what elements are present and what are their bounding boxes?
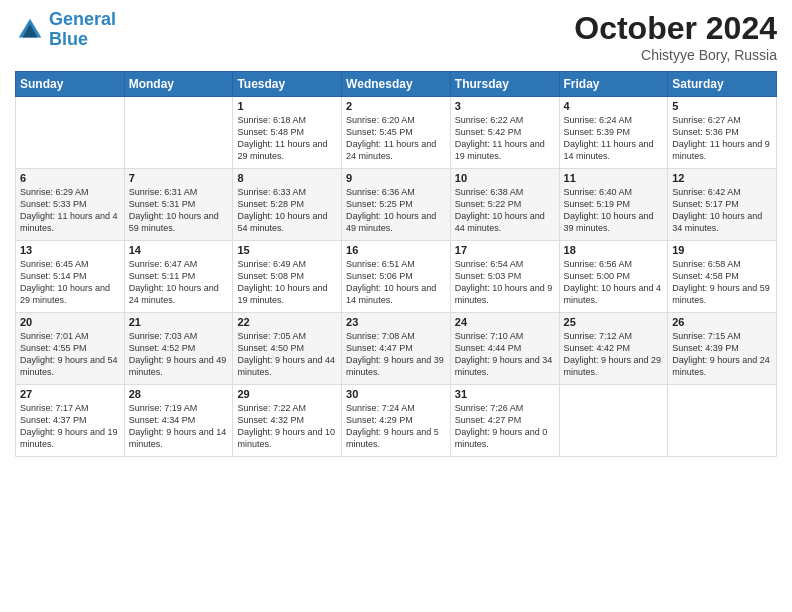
cell-info: Sunrise: 7:15 AM Sunset: 4:39 PM Dayligh… — [672, 330, 772, 379]
calendar-cell: 19Sunrise: 6:58 AM Sunset: 4:58 PM Dayli… — [668, 241, 777, 313]
cell-info: Sunrise: 6:24 AM Sunset: 5:39 PM Dayligh… — [564, 114, 664, 163]
day-number: 8 — [237, 172, 337, 184]
day-number: 1 — [237, 100, 337, 112]
day-number: 29 — [237, 388, 337, 400]
calendar-cell: 5Sunrise: 6:27 AM Sunset: 5:36 PM Daylig… — [668, 97, 777, 169]
logo-icon — [15, 15, 45, 45]
col-thursday: Thursday — [450, 72, 559, 97]
day-number: 5 — [672, 100, 772, 112]
calendar-cell: 14Sunrise: 6:47 AM Sunset: 5:11 PM Dayli… — [124, 241, 233, 313]
cell-info: Sunrise: 6:20 AM Sunset: 5:45 PM Dayligh… — [346, 114, 446, 163]
cell-info: Sunrise: 6:58 AM Sunset: 4:58 PM Dayligh… — [672, 258, 772, 307]
calendar-cell: 10Sunrise: 6:38 AM Sunset: 5:22 PM Dayli… — [450, 169, 559, 241]
day-number: 26 — [672, 316, 772, 328]
col-sunday: Sunday — [16, 72, 125, 97]
cell-info: Sunrise: 6:22 AM Sunset: 5:42 PM Dayligh… — [455, 114, 555, 163]
calendar-cell: 29Sunrise: 7:22 AM Sunset: 4:32 PM Dayli… — [233, 385, 342, 457]
calendar-cell: 7Sunrise: 6:31 AM Sunset: 5:31 PM Daylig… — [124, 169, 233, 241]
day-number: 12 — [672, 172, 772, 184]
calendar-cell: 9Sunrise: 6:36 AM Sunset: 5:25 PM Daylig… — [342, 169, 451, 241]
calendar-cell — [668, 385, 777, 457]
calendar-cell: 11Sunrise: 6:40 AM Sunset: 5:19 PM Dayli… — [559, 169, 668, 241]
cell-info: Sunrise: 6:51 AM Sunset: 5:06 PM Dayligh… — [346, 258, 446, 307]
day-number: 22 — [237, 316, 337, 328]
logo: General Blue — [15, 10, 116, 50]
cell-info: Sunrise: 7:08 AM Sunset: 4:47 PM Dayligh… — [346, 330, 446, 379]
cell-info: Sunrise: 6:42 AM Sunset: 5:17 PM Dayligh… — [672, 186, 772, 235]
subtitle: Chistyye Bory, Russia — [574, 47, 777, 63]
day-number: 17 — [455, 244, 555, 256]
calendar-cell: 25Sunrise: 7:12 AM Sunset: 4:42 PM Dayli… — [559, 313, 668, 385]
col-saturday: Saturday — [668, 72, 777, 97]
col-friday: Friday — [559, 72, 668, 97]
cell-info: Sunrise: 7:10 AM Sunset: 4:44 PM Dayligh… — [455, 330, 555, 379]
calendar-cell: 27Sunrise: 7:17 AM Sunset: 4:37 PM Dayli… — [16, 385, 125, 457]
calendar-cell: 6Sunrise: 6:29 AM Sunset: 5:33 PM Daylig… — [16, 169, 125, 241]
cell-info: Sunrise: 7:03 AM Sunset: 4:52 PM Dayligh… — [129, 330, 229, 379]
calendar-cell: 2Sunrise: 6:20 AM Sunset: 5:45 PM Daylig… — [342, 97, 451, 169]
calendar-week-row: 27Sunrise: 7:17 AM Sunset: 4:37 PM Dayli… — [16, 385, 777, 457]
cell-info: Sunrise: 6:36 AM Sunset: 5:25 PM Dayligh… — [346, 186, 446, 235]
col-wednesday: Wednesday — [342, 72, 451, 97]
day-number: 20 — [20, 316, 120, 328]
col-monday: Monday — [124, 72, 233, 97]
cell-info: Sunrise: 6:38 AM Sunset: 5:22 PM Dayligh… — [455, 186, 555, 235]
day-number: 24 — [455, 316, 555, 328]
day-number: 31 — [455, 388, 555, 400]
cell-info: Sunrise: 6:18 AM Sunset: 5:48 PM Dayligh… — [237, 114, 337, 163]
calendar-week-row: 20Sunrise: 7:01 AM Sunset: 4:55 PM Dayli… — [16, 313, 777, 385]
day-number: 10 — [455, 172, 555, 184]
calendar-cell: 31Sunrise: 7:26 AM Sunset: 4:27 PM Dayli… — [450, 385, 559, 457]
day-number: 23 — [346, 316, 446, 328]
calendar-cell: 13Sunrise: 6:45 AM Sunset: 5:14 PM Dayli… — [16, 241, 125, 313]
calendar-cell: 18Sunrise: 6:56 AM Sunset: 5:00 PM Dayli… — [559, 241, 668, 313]
day-number: 19 — [672, 244, 772, 256]
cell-info: Sunrise: 7:19 AM Sunset: 4:34 PM Dayligh… — [129, 402, 229, 451]
cell-info: Sunrise: 7:17 AM Sunset: 4:37 PM Dayligh… — [20, 402, 120, 451]
calendar-cell: 30Sunrise: 7:24 AM Sunset: 4:29 PM Dayli… — [342, 385, 451, 457]
calendar-cell — [124, 97, 233, 169]
calendar-cell: 23Sunrise: 7:08 AM Sunset: 4:47 PM Dayli… — [342, 313, 451, 385]
cell-info: Sunrise: 7:24 AM Sunset: 4:29 PM Dayligh… — [346, 402, 446, 451]
header: General Blue October 2024 Chistyye Bory,… — [15, 10, 777, 63]
cell-info: Sunrise: 7:26 AM Sunset: 4:27 PM Dayligh… — [455, 402, 555, 451]
cell-info: Sunrise: 6:40 AM Sunset: 5:19 PM Dayligh… — [564, 186, 664, 235]
calendar-cell: 21Sunrise: 7:03 AM Sunset: 4:52 PM Dayli… — [124, 313, 233, 385]
day-number: 15 — [237, 244, 337, 256]
calendar-cell: 28Sunrise: 7:19 AM Sunset: 4:34 PM Dayli… — [124, 385, 233, 457]
calendar-cell — [16, 97, 125, 169]
cell-info: Sunrise: 6:45 AM Sunset: 5:14 PM Dayligh… — [20, 258, 120, 307]
day-number: 3 — [455, 100, 555, 112]
cell-info: Sunrise: 6:33 AM Sunset: 5:28 PM Dayligh… — [237, 186, 337, 235]
cell-info: Sunrise: 7:01 AM Sunset: 4:55 PM Dayligh… — [20, 330, 120, 379]
day-number: 25 — [564, 316, 664, 328]
calendar-table: Sunday Monday Tuesday Wednesday Thursday… — [15, 71, 777, 457]
cell-info: Sunrise: 6:27 AM Sunset: 5:36 PM Dayligh… — [672, 114, 772, 163]
calendar-cell: 1Sunrise: 6:18 AM Sunset: 5:48 PM Daylig… — [233, 97, 342, 169]
day-number: 9 — [346, 172, 446, 184]
calendar-cell: 17Sunrise: 6:54 AM Sunset: 5:03 PM Dayli… — [450, 241, 559, 313]
cell-info: Sunrise: 6:56 AM Sunset: 5:00 PM Dayligh… — [564, 258, 664, 307]
calendar-cell: 24Sunrise: 7:10 AM Sunset: 4:44 PM Dayli… — [450, 313, 559, 385]
col-tuesday: Tuesday — [233, 72, 342, 97]
calendar-cell: 15Sunrise: 6:49 AM Sunset: 5:08 PM Dayli… — [233, 241, 342, 313]
day-number: 18 — [564, 244, 664, 256]
calendar-cell: 8Sunrise: 6:33 AM Sunset: 5:28 PM Daylig… — [233, 169, 342, 241]
day-number: 28 — [129, 388, 229, 400]
day-number: 13 — [20, 244, 120, 256]
cell-info: Sunrise: 7:05 AM Sunset: 4:50 PM Dayligh… — [237, 330, 337, 379]
cell-info: Sunrise: 6:31 AM Sunset: 5:31 PM Dayligh… — [129, 186, 229, 235]
cell-info: Sunrise: 6:49 AM Sunset: 5:08 PM Dayligh… — [237, 258, 337, 307]
cell-info: Sunrise: 6:54 AM Sunset: 5:03 PM Dayligh… — [455, 258, 555, 307]
calendar-cell: 26Sunrise: 7:15 AM Sunset: 4:39 PM Dayli… — [668, 313, 777, 385]
days-header-row: Sunday Monday Tuesday Wednesday Thursday… — [16, 72, 777, 97]
calendar-cell: 22Sunrise: 7:05 AM Sunset: 4:50 PM Dayli… — [233, 313, 342, 385]
calendar-cell: 3Sunrise: 6:22 AM Sunset: 5:42 PM Daylig… — [450, 97, 559, 169]
cell-info: Sunrise: 7:12 AM Sunset: 4:42 PM Dayligh… — [564, 330, 664, 379]
day-number: 21 — [129, 316, 229, 328]
calendar-cell: 20Sunrise: 7:01 AM Sunset: 4:55 PM Dayli… — [16, 313, 125, 385]
calendar-cell: 4Sunrise: 6:24 AM Sunset: 5:39 PM Daylig… — [559, 97, 668, 169]
main-title: October 2024 — [574, 10, 777, 47]
calendar-cell: 16Sunrise: 6:51 AM Sunset: 5:06 PM Dayli… — [342, 241, 451, 313]
calendar-cell — [559, 385, 668, 457]
